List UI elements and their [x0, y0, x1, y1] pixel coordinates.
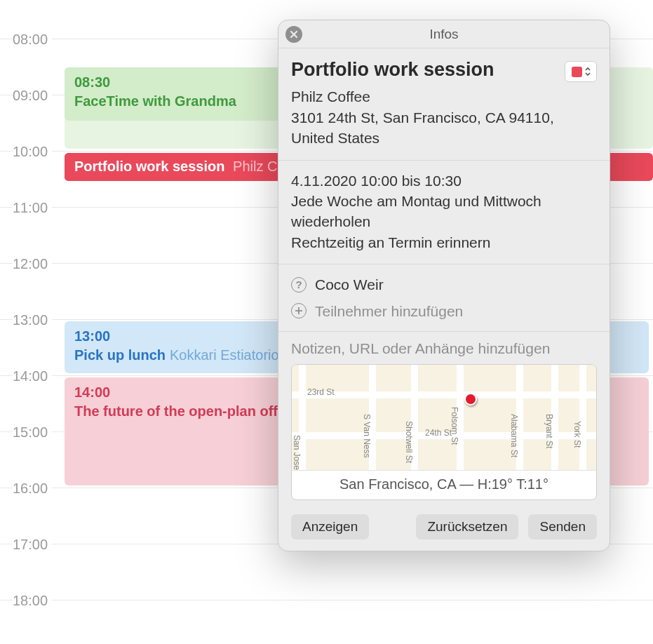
map-canvas: 23rd St 24th St San Jose S Van Ness Shot… [292, 365, 596, 470]
event-title-field[interactable]: Portfolio work session [291, 58, 559, 81]
color-swatch-icon [572, 67, 582, 77]
street-label: San Jose [292, 435, 302, 470]
reset-button[interactable]: Zurücksetzen [416, 514, 518, 539]
section-title-location: Portfolio work session Philz Coffee 3101… [278, 48, 610, 161]
popover-button-row: Anzeigen Zurücksetzen Senden [278, 507, 610, 551]
hour-label: 10:00 [13, 144, 52, 160]
street-label: Bryant St [544, 414, 554, 448]
event-title: Portfolio work session [74, 159, 224, 174]
send-button[interactable]: Senden [528, 514, 597, 539]
map-pin-icon [464, 393, 477, 405]
event-title: The future of the open-plan office [74, 403, 297, 419]
add-invitee-row[interactable]: Teilnehmer hinzufügen [291, 298, 597, 324]
invitee-name: Coco Weir [315, 274, 384, 295]
event-title: Pick up lunch [74, 347, 166, 363]
hour-label: 15:00 [13, 424, 52, 441]
street-label: Shotwell St [404, 421, 414, 463]
hour-label: 12:00 [13, 256, 52, 272]
notes-field[interactable]: Notizen, URL oder Anhänge hinzufügen [278, 332, 610, 364]
street-label: Alabama St [509, 414, 519, 457]
show-button[interactable]: Anzeigen [291, 514, 369, 539]
street-label: York St [572, 421, 582, 448]
section-datetime: 4.11.2020 10:00 bis 10:30 Jede Woche am … [278, 161, 610, 265]
status-unknown-icon [291, 277, 307, 293]
street-label: 24th St [425, 428, 452, 438]
map-caption: San Francisco, CA — H:19° T:11° [292, 470, 596, 499]
hour-label: 18:00 [13, 593, 52, 609]
event-repeat[interactable]: Jede Woche am Montag und Mittwoch wieder… [291, 191, 597, 232]
section-invitees: Coco Weir Teilnehmer hinzufügen [278, 264, 610, 332]
event-alert[interactable]: Rechtzeitig an Termin erinnern [291, 232, 597, 253]
popover-header: Infos [278, 20, 610, 48]
close-button[interactable] [285, 26, 302, 43]
map-preview[interactable]: 23rd St 24th St San Jose S Van Ness Shot… [291, 364, 597, 500]
event-info-popover: Infos Portfolio work session Philz Coffe… [278, 20, 610, 551]
hour-label: 16:00 [13, 481, 52, 497]
street-label: 23rd St [307, 387, 335, 397]
event-facetime[interactable]: 08:30 FaceTime with Grandma [65, 67, 302, 121]
event-location: Kokkari Estiatorio [170, 347, 279, 363]
calendar-color-picker[interactable] [565, 61, 597, 82]
event-time: 08:30 [74, 73, 292, 92]
chevron-updown-icon [585, 67, 591, 76]
hour-label: 09:00 [13, 88, 52, 104]
add-invitee-label: Teilnehmer hinzufügen [315, 301, 463, 321]
event-title: FaceTime with Grandma [74, 93, 236, 109]
location-name[interactable]: Philz Coffee [291, 86, 597, 107]
street-label: Folsom St [450, 407, 459, 445]
hour-label: 14:00 [13, 368, 52, 384]
event-date-time[interactable]: 4.11.2020 10:00 bis 10:30 [291, 170, 597, 191]
location-address: 3101 24th St, San Francisco, CA 94110, U… [291, 107, 597, 149]
close-icon [290, 30, 298, 39]
invitee-row[interactable]: Coco Weir [291, 271, 597, 297]
popover-title: Infos [429, 27, 458, 42]
hour-label: 08:00 [13, 32, 52, 48]
plus-icon [291, 303, 307, 318]
street-label: S Van Ness [362, 414, 372, 457]
hour-label: 11:00 [13, 200, 52, 216]
hour-label: 13:00 [13, 312, 52, 328]
hour-label: 17:00 [13, 537, 52, 553]
